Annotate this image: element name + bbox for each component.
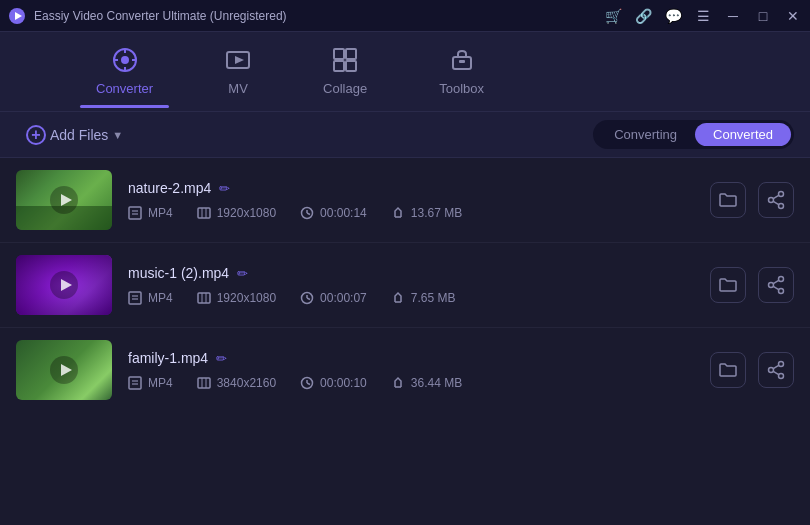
meta-resolution: 1920x1080	[197, 206, 276, 220]
meta-resolution: 3840x2160	[197, 376, 276, 390]
size-value: 36.44 MB	[411, 376, 462, 390]
svg-rect-10	[334, 49, 344, 59]
edit-icon[interactable]: ✏	[237, 266, 248, 281]
svg-line-26	[307, 213, 310, 215]
format-value: MP4	[148, 376, 173, 390]
open-folder-button[interactable]	[710, 182, 746, 218]
tab-toolbox[interactable]: Toolbox	[423, 39, 500, 104]
size-value: 13.67 MB	[411, 206, 462, 220]
menu-icon[interactable]: ☰	[694, 7, 712, 25]
minimize-button[interactable]: ─	[724, 7, 742, 25]
file-meta: MP4 3840x2160 00:00:10 36.44 MB	[128, 376, 694, 390]
file-thumbnail	[16, 255, 112, 315]
tab-converter[interactable]: Converter	[80, 39, 169, 104]
titlebar-controls: 🛒 🔗 💬 ☰ ─ □ ✕	[604, 7, 802, 25]
file-info: family-1.mp4 ✏ MP4 3840x2160 00:00:10	[128, 350, 694, 390]
converted-tab[interactable]: Converted	[695, 123, 791, 146]
nav-tabs: Converter MV Collage	[0, 32, 810, 112]
svg-line-66	[773, 371, 778, 374]
app-icon	[8, 7, 26, 25]
svg-point-45	[779, 277, 784, 282]
duration-icon	[300, 291, 314, 305]
tab-converter-label: Converter	[96, 81, 153, 96]
share-icon	[766, 360, 786, 380]
share-button[interactable]	[758, 182, 794, 218]
tab-collage[interactable]: Collage	[307, 39, 383, 104]
meta-format: MP4	[128, 291, 173, 305]
cart-icon[interactable]: 🛒	[604, 7, 622, 25]
close-button[interactable]: ✕	[784, 7, 802, 25]
format-icon	[128, 291, 142, 305]
svg-point-3	[121, 56, 129, 64]
thumb-overlay	[16, 340, 112, 400]
resolution-value: 3840x2160	[217, 376, 276, 390]
file-thumbnail	[16, 170, 112, 230]
open-folder-button[interactable]	[710, 352, 746, 388]
svg-rect-35	[129, 292, 141, 304]
meta-size: 7.65 MB	[391, 291, 456, 305]
svg-point-30	[769, 198, 774, 203]
tab-mv[interactable]: MV	[209, 39, 267, 104]
play-icon	[49, 355, 79, 385]
resolution-icon	[197, 291, 211, 305]
add-files-button[interactable]: + Add Files ▼	[16, 119, 133, 151]
file-name-row: music-1 (2).mp4 ✏	[128, 265, 694, 281]
file-name-row: nature-2.mp4 ✏	[128, 180, 694, 196]
table-row: music-1 (2).mp4 ✏ MP4 1920x1080 00:00:07	[0, 243, 810, 328]
edit-icon[interactable]: ✏	[216, 351, 227, 366]
svg-rect-11	[346, 49, 356, 59]
file-meta: MP4 1920x1080 00:00:14 13.67 MB	[128, 206, 694, 220]
meta-duration: 00:00:07	[300, 291, 367, 305]
converting-tab[interactable]: Converting	[596, 123, 695, 146]
resolution-icon	[197, 376, 211, 390]
svg-line-48	[773, 280, 778, 283]
size-icon	[391, 291, 405, 305]
titlebar-left: Eassiy Video Converter Ultimate (Unregis…	[8, 7, 287, 25]
chat-icon[interactable]: 💬	[664, 7, 682, 25]
converter-icon	[112, 47, 138, 77]
link-icon[interactable]: 🔗	[634, 7, 652, 25]
edit-icon[interactable]: ✏	[219, 181, 230, 196]
file-info: nature-2.mp4 ✏ MP4 1920x1080 00:00:14	[128, 180, 694, 220]
folder-icon	[718, 190, 738, 210]
file-list: nature-2.mp4 ✏ MP4 1920x1080 00:00:14	[0, 158, 810, 412]
play-icon	[49, 185, 79, 215]
share-button[interactable]	[758, 352, 794, 388]
svg-rect-18	[129, 207, 141, 219]
file-name: family-1.mp4	[128, 350, 208, 366]
file-name: nature-2.mp4	[128, 180, 211, 196]
file-name: music-1 (2).mp4	[128, 265, 229, 281]
meta-format: MP4	[128, 206, 173, 220]
titlebar: Eassiy Video Converter Ultimate (Unregis…	[0, 0, 810, 32]
open-folder-button[interactable]	[710, 267, 746, 303]
svg-point-63	[779, 374, 784, 379]
meta-size: 13.67 MB	[391, 206, 462, 220]
share-button[interactable]	[758, 267, 794, 303]
svg-line-32	[773, 201, 778, 204]
size-icon	[391, 376, 405, 390]
svg-point-28	[779, 192, 784, 197]
thumb-overlay	[16, 255, 112, 315]
file-actions	[710, 352, 794, 388]
meta-size: 36.44 MB	[391, 376, 462, 390]
table-row: nature-2.mp4 ✏ MP4 1920x1080 00:00:14	[0, 158, 810, 243]
format-value: MP4	[148, 206, 173, 220]
add-files-label: Add Files	[50, 127, 108, 143]
maximize-button[interactable]: □	[754, 7, 772, 25]
svg-line-43	[307, 298, 310, 300]
svg-rect-21	[198, 208, 210, 218]
svg-point-29	[779, 204, 784, 209]
toolbar: + Add Files ▼ Converting Converted	[0, 112, 810, 158]
svg-point-62	[779, 362, 784, 367]
tab-switcher: Converting Converted	[593, 120, 794, 149]
file-actions	[710, 267, 794, 303]
meta-resolution: 1920x1080	[197, 291, 276, 305]
table-row: family-1.mp4 ✏ MP4 3840x2160 00:00:10	[0, 328, 810, 412]
svg-line-65	[773, 365, 778, 368]
size-icon	[391, 206, 405, 220]
resolution-value: 1920x1080	[217, 291, 276, 305]
share-icon	[766, 190, 786, 210]
svg-rect-38	[198, 293, 210, 303]
duration-icon	[300, 206, 314, 220]
thumb-overlay	[16, 170, 112, 230]
